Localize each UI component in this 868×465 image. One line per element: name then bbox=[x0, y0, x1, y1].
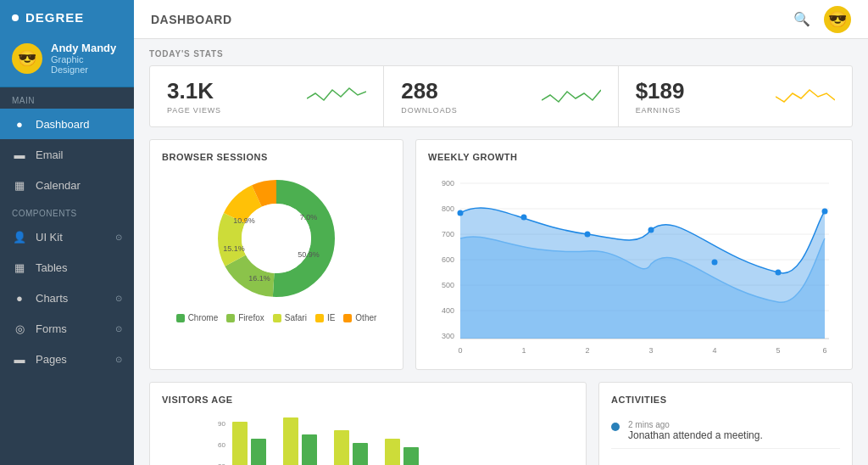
svg-rect-52 bbox=[385, 439, 400, 465]
topbar: DASHBOARD 🔍 😎 bbox=[134, 0, 868, 39]
browser-sessions-card: BROWSER SESSIONS bbox=[149, 139, 403, 370]
svg-rect-47 bbox=[251, 439, 266, 465]
svg-text:60: 60 bbox=[218, 441, 225, 449]
weekly-growth-chart: 900 800 700 600 500 400 300 0 1 2 3 4 5 … bbox=[428, 171, 840, 357]
svg-text:300: 300 bbox=[442, 332, 454, 340]
visitors-age-title: VISITORS AGE bbox=[162, 395, 574, 405]
sidebar-item-charts[interactable]: ● Charts ⊙ bbox=[0, 283, 134, 313]
forms-icon: ◎ bbox=[12, 321, 27, 336]
donut-wrap: 7.0% 10.9% 15.1% 16.1% 50.9% Chrome bbox=[162, 171, 391, 322]
svg-rect-48 bbox=[283, 417, 298, 465]
downloads-label: DOWNLOADS bbox=[401, 106, 457, 115]
svg-text:50.9%: 50.9% bbox=[298, 250, 320, 259]
svg-point-36 bbox=[712, 260, 718, 266]
earnings-value: $189 bbox=[636, 78, 685, 104]
sidebar-item-ui-kit[interactable]: 👤 UI Kit ⊙ bbox=[0, 221, 134, 252]
earnings-label: EARNINGS bbox=[636, 106, 685, 115]
svg-point-33 bbox=[521, 215, 527, 221]
svg-rect-46 bbox=[232, 422, 248, 465]
ui-kit-icon: 👤 bbox=[12, 229, 27, 244]
legend-safari: Safari bbox=[273, 313, 307, 322]
sidebar-item-pages[interactable]: ▬ Pages ⊙ bbox=[0, 344, 134, 374]
sidebar-item-tables[interactable]: ▦ Tables bbox=[0, 252, 134, 283]
content: TODAY'S STATS 3.1K PAGE VIEWS 288 DOWNLO… bbox=[134, 39, 868, 465]
sidebar-item-calendar[interactable]: ▦ Calendar bbox=[0, 170, 134, 200]
svg-text:1: 1 bbox=[521, 346, 526, 355]
svg-text:800: 800 bbox=[442, 204, 454, 213]
earnings-sparkline bbox=[776, 81, 835, 112]
svg-rect-50 bbox=[334, 430, 349, 465]
sidebar-item-dashboard[interactable]: ● Dashboard bbox=[0, 109, 134, 139]
svg-text:2: 2 bbox=[585, 346, 589, 355]
svg-point-38 bbox=[822, 209, 828, 215]
svg-rect-53 bbox=[403, 447, 419, 465]
user-role: Graphic Designer bbox=[51, 54, 122, 75]
donut-chart: 7.0% 10.9% 15.1% 16.1% 50.9% bbox=[209, 171, 344, 306]
weekly-growth-card: WEEKLY GROWTH 900 800 700 600 500 400 30… bbox=[415, 139, 853, 370]
activity-dot bbox=[611, 423, 620, 431]
svg-point-37 bbox=[776, 270, 782, 276]
activities-title: ACTIVITIES bbox=[611, 395, 840, 405]
svg-point-34 bbox=[585, 232, 591, 238]
svg-point-35 bbox=[648, 227, 654, 233]
user-info: Andy Mandy Graphic Designer bbox=[51, 42, 122, 75]
page-views-sparkline bbox=[307, 81, 366, 112]
svg-text:7.0%: 7.0% bbox=[300, 213, 318, 221]
svg-rect-49 bbox=[302, 434, 317, 465]
legend-ie: IE bbox=[315, 313, 335, 322]
activity-text: Jonathan attended a meeting. bbox=[628, 429, 763, 441]
sidebar-item-forms[interactable]: ◎ Forms ⊙ bbox=[0, 313, 134, 344]
svg-text:600: 600 bbox=[442, 255, 454, 264]
bottom-row: VISITORS AGE 90 60 30 bbox=[149, 382, 853, 465]
forms-chevron-icon: ⊙ bbox=[115, 324, 122, 333]
stats-row: 3.1K PAGE VIEWS 288 DOWNLOADS bbox=[149, 65, 853, 127]
svg-text:500: 500 bbox=[442, 281, 454, 289]
page-views-label: PAGE VIEWS bbox=[167, 106, 221, 115]
stat-card-downloads: 288 DOWNLOADS bbox=[384, 66, 618, 126]
charts-chevron-icon: ⊙ bbox=[115, 294, 122, 303]
stat-left-downloads: 288 DOWNLOADS bbox=[401, 78, 457, 115]
activity-content: 2 mins ago Jonathan attended a meeting. bbox=[628, 420, 763, 441]
sidebar-logo: DEGREE bbox=[25, 10, 84, 25]
components-section-label: Components bbox=[0, 200, 134, 221]
user-name: Andy Mandy bbox=[51, 42, 122, 54]
browser-sessions-title: BROWSER SESSIONS bbox=[162, 152, 391, 162]
svg-text:16.1%: 16.1% bbox=[248, 274, 270, 283]
svg-text:5: 5 bbox=[776, 346, 780, 355]
svg-text:6: 6 bbox=[822, 346, 826, 355]
sidebar-header: DEGREE bbox=[0, 0, 134, 33]
svg-text:0: 0 bbox=[458, 346, 462, 355]
stats-section-label: TODAY'S STATS bbox=[149, 49, 853, 59]
email-label: Email bbox=[36, 148, 122, 161]
search-icon[interactable]: 🔍 bbox=[790, 8, 814, 31]
main-section-label: Main bbox=[0, 87, 134, 109]
downloads-value: 288 bbox=[401, 78, 457, 104]
visitors-age-chart: 90 60 30 bbox=[162, 413, 574, 465]
tables-icon: ▦ bbox=[12, 260, 27, 275]
charts-row: BROWSER SESSIONS bbox=[149, 139, 853, 370]
svg-text:400: 400 bbox=[442, 306, 454, 315]
svg-text:90: 90 bbox=[218, 420, 225, 428]
weekly-growth-title: WEEKLY GROWTH bbox=[428, 152, 840, 162]
sidebar-item-email[interactable]: ▬ Email bbox=[0, 139, 134, 170]
topbar-avatar[interactable]: 😎 bbox=[824, 6, 851, 33]
logo-dot bbox=[12, 14, 19, 21]
svg-text:900: 900 bbox=[442, 179, 454, 188]
calendar-label: Calendar bbox=[36, 179, 122, 192]
tables-label: Tables bbox=[36, 261, 122, 274]
calendar-icon: ▦ bbox=[12, 177, 27, 193]
chevron-icon: ⊙ bbox=[115, 232, 122, 242]
legend-other: Other bbox=[343, 313, 376, 322]
page-views-value: 3.1K bbox=[167, 78, 221, 104]
charts-icon: ● bbox=[12, 290, 27, 305]
avatar: 😎 bbox=[12, 43, 42, 74]
svg-point-32 bbox=[458, 210, 464, 216]
svg-text:700: 700 bbox=[442, 230, 454, 238]
downloads-sparkline bbox=[542, 81, 601, 112]
pages-label: Pages bbox=[36, 353, 107, 366]
topbar-icons: 🔍 😎 bbox=[790, 6, 851, 33]
pages-icon: ▬ bbox=[12, 351, 27, 367]
donut-legend: Chrome Firefox Safari IE bbox=[176, 313, 377, 322]
main-content: DASHBOARD 🔍 😎 TODAY'S STATS 3.1K PAGE VI… bbox=[134, 0, 868, 465]
stat-card-earnings: $189 EARNINGS bbox=[619, 66, 852, 126]
